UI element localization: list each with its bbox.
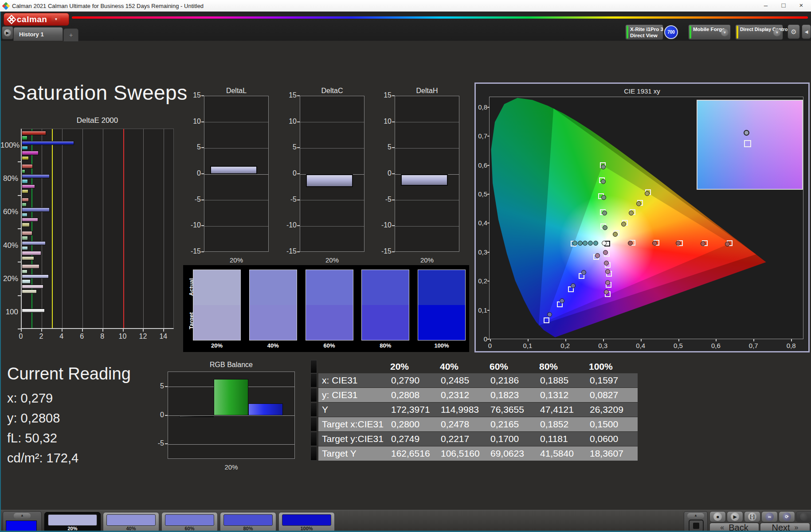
pattern-button-40%[interactable]: 40% xyxy=(103,512,159,532)
gridline xyxy=(300,226,364,227)
deltaC-xlabel: 20% xyxy=(300,256,364,264)
deltaE-bar-80%-red xyxy=(22,164,33,168)
calman-menu-chevron-icon[interactable]: ▼ xyxy=(51,16,60,23)
pattern-button-20%[interactable]: 20% xyxy=(44,512,101,532)
axis-tick xyxy=(18,329,21,329)
deltaH-ytick: -15 xyxy=(377,247,392,255)
target-swatch-80% xyxy=(361,305,409,340)
meter-dropdown[interactable]: X-Rite i1Pro 3Direct View xyxy=(625,24,663,40)
transport-record-button[interactable] xyxy=(796,511,811,522)
cie-point-red xyxy=(652,241,657,246)
close-button[interactable]: × xyxy=(792,0,810,11)
transport-stop-button[interactable]: ■ xyxy=(709,511,726,522)
deltaH-ytick: -5 xyxy=(377,196,392,203)
rgb-balance-title: RGB Balance xyxy=(168,361,295,369)
cie-xtick: 0,4 xyxy=(633,342,649,349)
display-control-chevron-icon[interactable]: ▼ xyxy=(773,29,781,36)
settings-button[interactable]: ⚙ xyxy=(787,24,800,39)
table-cell: 0,2312 xyxy=(440,388,489,402)
table-cell: 0,2800 xyxy=(390,417,439,431)
transport-read-button[interactable]: [·] xyxy=(744,511,760,522)
transport-mini-panel: ▲ xyxy=(684,511,708,532)
table-cell: 106,5160 xyxy=(440,446,489,461)
table-cell-spacer xyxy=(389,388,390,402)
actual-target-swatch-panel: ActualTarget20%40%60%80%100% xyxy=(183,265,469,352)
axis-tick xyxy=(18,262,21,262)
cie-point-magenta xyxy=(603,250,608,255)
deltaC-ytick: 0 xyxy=(282,169,297,177)
calman-wordmark: calman xyxy=(17,15,47,24)
pattern-button-80%[interactable]: 80% xyxy=(220,512,276,532)
gear-icon: ⚙ xyxy=(791,28,796,36)
table-cell-spacer xyxy=(538,388,539,402)
axis-tick xyxy=(297,173,300,174)
deltaH-ytick: 15 xyxy=(377,91,392,99)
deltaL-title: DeltaL xyxy=(204,87,269,95)
minimize-button[interactable]: – xyxy=(757,0,775,11)
deltaL-ytick: -5 xyxy=(186,196,201,203)
axis-tick xyxy=(102,329,103,332)
collapse-panel-button[interactable]: ◀ xyxy=(802,24,811,39)
axis-tick xyxy=(392,200,395,200)
axis-tick xyxy=(165,386,168,387)
cie-xtick: 0,7 xyxy=(745,342,761,349)
maximize-button[interactable]: □ xyxy=(775,0,792,11)
source-dropdown[interactable]: Mobile Forge ▼ xyxy=(688,24,731,40)
calman-menu-button[interactable]: calman ▼ xyxy=(4,13,69,26)
cie-ytick: 0,7 xyxy=(476,132,487,140)
table-cell: 18,3607 xyxy=(589,446,638,461)
axis-tick xyxy=(201,251,204,252)
gridline xyxy=(300,122,364,122)
deltaE-chart-title: DeltaE 2000 xyxy=(21,116,174,125)
gridline xyxy=(82,129,83,328)
actual-swatch-60% xyxy=(306,270,353,305)
window-edge-left xyxy=(0,12,1,532)
cie-point-cyan xyxy=(572,241,577,246)
table-cell-spacer xyxy=(389,403,390,417)
table-cell-spacer xyxy=(439,417,440,431)
table-cell: 114,9983 xyxy=(440,403,489,417)
table-cell-spacer xyxy=(588,432,589,446)
actual-swatch-100% xyxy=(418,270,466,305)
target-swatch-40% xyxy=(249,305,297,340)
deltaE-bar-20%-magenta xyxy=(22,285,43,289)
rgb-ytick: 5 xyxy=(151,382,164,390)
pattern-panel-expand-button[interactable]: ▲ xyxy=(14,513,31,519)
source-chevron-icon[interactable]: ▼ xyxy=(721,29,729,36)
stop-icon: ■ xyxy=(713,512,722,521)
cie-xtick: 0,6 xyxy=(708,342,724,349)
cie-point-yellow xyxy=(645,191,650,196)
pattern-button-60%[interactable]: 60% xyxy=(161,512,218,532)
tab-history-1[interactable]: History 1 xyxy=(13,27,63,41)
deltaC-ytick: -15 xyxy=(282,247,297,255)
transport-continuous-button[interactable]: ∞ xyxy=(761,511,778,522)
table-cell: 0,0827 xyxy=(589,388,638,402)
display-control-dropdown[interactable]: Direct Display Control ▼ xyxy=(735,24,783,40)
deltaL-ytick: 15 xyxy=(186,91,201,99)
target-swatch-20% xyxy=(193,305,241,340)
calman-window: Calman 2021 Calman Ultimate for Business… xyxy=(0,0,811,532)
tab-history-1-label: History 1 xyxy=(19,31,44,38)
table-row-label-0: x: CIE31 xyxy=(318,373,389,387)
table-cell: 0,2485 xyxy=(440,373,489,387)
pattern-swatch-80% xyxy=(223,514,273,526)
pattern-window-button[interactable] xyxy=(689,520,704,532)
transport-play-button[interactable]: ▶ xyxy=(727,511,743,522)
table-cell: 47,4121 xyxy=(539,403,588,417)
tab-scroll-button[interactable]: ▶ xyxy=(2,26,13,39)
transport-expand-button[interactable]: ▲ xyxy=(687,513,704,519)
axis-tick xyxy=(297,225,300,226)
cie-xtick: 0,2 xyxy=(557,342,573,349)
pattern-button-100%[interactable]: 100% xyxy=(278,512,335,532)
add-tab-button[interactable]: + xyxy=(63,28,78,42)
table-cell: 0,2808 xyxy=(390,388,439,402)
table-cell-spacer xyxy=(489,373,490,387)
axis-tick xyxy=(716,339,717,341)
deltaE-bar-20%-cyan xyxy=(22,279,31,284)
calman-diamond-icon xyxy=(8,16,15,23)
transport-loop-button[interactable]: ⟳ xyxy=(779,511,795,522)
deltaL-bar xyxy=(210,166,257,174)
deltaL-ytick: 10 xyxy=(186,117,201,125)
actual-swatch-40% xyxy=(249,270,297,305)
deltaE-bar-100%-cyan xyxy=(22,146,28,150)
